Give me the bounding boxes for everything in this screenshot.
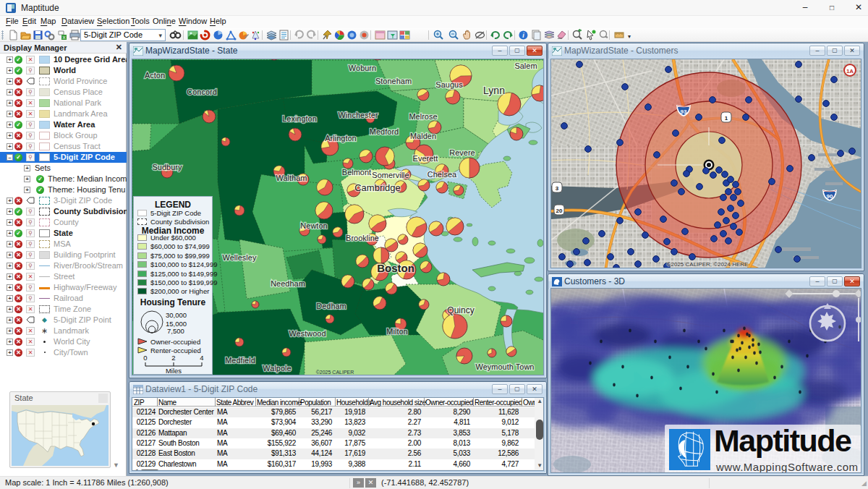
- svg-text:93: 93: [681, 109, 687, 115]
- svg-text:4: 4: [200, 354, 203, 362]
- svg-text:Miles: Miles: [166, 367, 182, 375]
- svg-text:Dedham: Dedham: [316, 302, 346, 310]
- svg-text:Chelsea: Chelsea: [427, 170, 457, 179]
- svg-text:©2025 CALIPER: ©2025 CALIPER: [316, 370, 354, 375]
- svg-text:Salem: Salem: [514, 61, 537, 70]
- svg-text:Westwood: Westwood: [289, 329, 326, 338]
- svg-text:Brookline: Brookline: [346, 234, 379, 242]
- svg-text:Medford: Medford: [370, 127, 399, 136]
- svg-text:Revere: Revere: [449, 148, 475, 157]
- svg-text:Wellesley: Wellesley: [223, 253, 257, 262]
- svg-text:Milton: Milton: [386, 327, 407, 336]
- svg-text:1A: 1A: [846, 68, 854, 75]
- svg-text:3: 3: [556, 185, 559, 192]
- svg-text:7,500: 7,500: [167, 327, 184, 335]
- svg-text:Belmont: Belmont: [342, 168, 371, 177]
- svg-text:Weymouth Town: Weymouth Town: [476, 362, 535, 371]
- svg-text:Boston: Boston: [377, 262, 414, 274]
- svg-text:0: 0: [143, 354, 147, 362]
- svg-text:Arlington: Arlington: [325, 134, 356, 143]
- svg-text:Lexington: Lexington: [282, 114, 317, 123]
- svg-text:Acton: Acton: [145, 71, 165, 80]
- svg-text:Quincy: Quincy: [447, 305, 474, 315]
- svg-text:Waltham: Waltham: [276, 174, 307, 182]
- svg-text:Saugus: Saugus: [435, 80, 463, 89]
- svg-text:Renter-occupied: Renter-occupied: [150, 346, 201, 354]
- svg-text:Malden: Malden: [410, 132, 436, 140]
- svg-text:2: 2: [171, 354, 175, 362]
- svg-text:Winchester: Winchester: [338, 111, 378, 119]
- svg-text:Woburn: Woburn: [349, 64, 376, 72]
- svg-text:1: 1: [725, 115, 728, 122]
- svg-text:Everett: Everett: [413, 154, 438, 163]
- svg-text:Stoneham: Stoneham: [375, 77, 412, 85]
- svg-text:Walpole: Walpole: [263, 364, 291, 373]
- svg-text:Newton: Newton: [300, 221, 327, 230]
- svg-text:Melrose: Melrose: [409, 112, 437, 121]
- svg-text:Medfield: Medfield: [225, 356, 255, 365]
- svg-text:Needham: Needham: [271, 279, 305, 288]
- svg-text:Concord: Concord: [187, 88, 217, 96]
- svg-text:90: 90: [827, 193, 833, 200]
- svg-text:Somerville: Somerville: [372, 171, 409, 179]
- svg-text:30,000: 30,000: [166, 311, 187, 319]
- svg-text:Cambridge: Cambridge: [354, 182, 401, 193]
- svg-text:Owner-occupied: Owner-occupied: [150, 338, 200, 346]
- svg-text:©2025 CALIPER; ©2024 HERE: ©2025 CALIPER; ©2024 HERE: [667, 261, 749, 268]
- svg-text:20: 20: [556, 208, 563, 214]
- svg-text:Sudbury: Sudbury: [153, 163, 182, 171]
- svg-text:X: X: [62, 35, 65, 40]
- svg-text:Lynn: Lynn: [483, 85, 505, 96]
